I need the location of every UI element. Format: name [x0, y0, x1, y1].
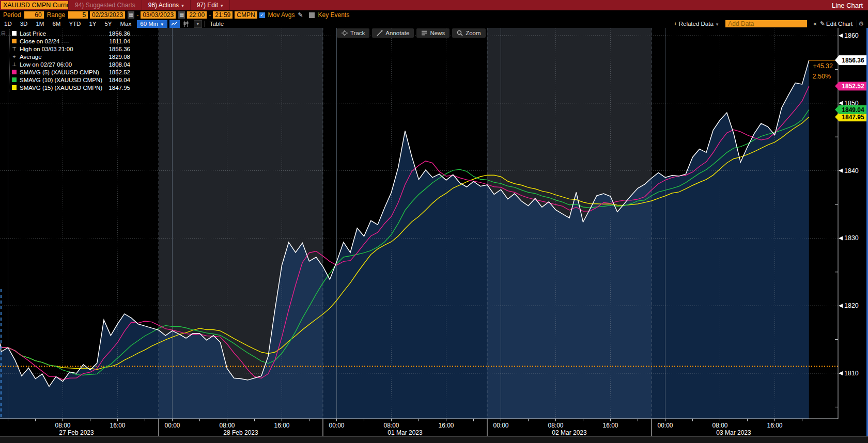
legend-label: Last Price — [20, 30, 46, 37]
track-button[interactable]: Track — [337, 28, 369, 38]
legend-value: 1856.36 — [109, 46, 130, 52]
preset-max[interactable]: Max — [116, 20, 136, 28]
time-from-input[interactable]: 22:00 — [187, 11, 207, 19]
legend-row[interactable]: ⊤High on 03/03 21:001856.36 — [12, 45, 130, 53]
date-from-input[interactable]: 02/23/2023 — [90, 11, 125, 19]
price-badge: 1852.52 — [835, 82, 867, 90]
preset-1m[interactable]: 1M — [32, 20, 48, 28]
price-badge-value: 1856.36 — [842, 57, 864, 64]
legend-row[interactable]: SMAVG (15) (XAUUSD CMPN)1847.95 — [12, 84, 130, 91]
add-data-input[interactable]: Add Data — [725, 20, 807, 27]
annotate-icon — [377, 30, 383, 36]
y-axis-label: 1810 — [844, 370, 859, 377]
related-data-button[interactable]: + Related Data▾ — [670, 21, 723, 27]
edit-chart-pencil-icon[interactable]: ✎ — [820, 20, 825, 27]
preset-6m[interactable]: 6M — [48, 20, 65, 28]
edit-mov-avgs-icon[interactable]: ✎ — [298, 11, 303, 19]
y-axis-label: 1840 — [844, 167, 859, 175]
legend-row[interactable]: Close on 02/24 ----1811.04 — [12, 37, 130, 45]
legend-swatch-icon — [12, 39, 17, 43]
time-axis-label: 16:00 — [438, 422, 454, 429]
key-events-checkbox[interactable] — [309, 12, 315, 18]
price-badge-arrow — [835, 105, 839, 114]
avg-marker-icon: ⌖ — [12, 54, 17, 60]
chart-legend: ⊟ Last Price1856.36Close on 02/24 ----18… — [4, 29, 130, 91]
legend-label: Low on 02/27 06:00 — [20, 61, 72, 68]
price-badge-value: 1847.95 — [842, 114, 864, 121]
time-axis-label: 00:00 — [329, 422, 344, 429]
y-tick-arrow — [839, 371, 843, 375]
bloomberg-chart-window: XAUUSD CMPN Curnc 94) Suggested Charts 9… — [0, 0, 868, 443]
legend-value: 1829.08 — [109, 54, 130, 60]
menu-edit[interactable]: 97) Edit▾ — [191, 0, 230, 10]
price-badge: 1849.04 — [835, 105, 867, 114]
y-axis-label: 1820 — [844, 302, 859, 309]
table-button[interactable]: Table — [205, 20, 229, 28]
key-events-label: Key Events — [317, 11, 350, 19]
price-badge-arrow — [835, 82, 839, 90]
legend-label: SMAVG (15) (XAUUSD CMPN) — [20, 85, 102, 91]
candle-chart-type-button[interactable] — [181, 20, 191, 28]
time-axis-label: 00:00 — [657, 422, 673, 429]
preset-1y[interactable]: 1Y — [85, 20, 100, 28]
time-axis-label: 16:00 — [274, 422, 289, 429]
chevron-down-icon: ▾ — [181, 3, 184, 8]
news-button[interactable]: News — [416, 28, 450, 38]
mov-avgs-checkbox[interactable]: ✓ — [259, 12, 265, 18]
range-input[interactable]: 5 — [68, 11, 88, 19]
range-label: Range — [46, 11, 66, 19]
price-badge-value: 1849.04 — [842, 106, 864, 114]
legend-row[interactable]: Last Price1856.36 — [12, 29, 130, 37]
price-badge-value: 1852.52 — [842, 83, 864, 90]
legend-value: 1847.95 — [109, 85, 130, 91]
legend-label: SMAVG (10) (XAUUSD CMPN) — [20, 77, 102, 83]
line-chart-icon — [172, 21, 178, 26]
legend-collapse-icon[interactable]: ⊟ — [1, 30, 5, 36]
date-to-input[interactable]: 03/03/2023 — [141, 11, 176, 19]
gear-icon[interactable]: ⚙ — [857, 20, 868, 27]
interval-selector[interactable]: 60 Min▼ — [137, 20, 167, 28]
preset-ytd[interactable]: YTD — [65, 20, 85, 28]
edit-chart-button[interactable]: Edit Chart — [825, 21, 857, 27]
y-axis-label: 1830 — [844, 234, 859, 242]
chevron-down-icon: ▾ — [716, 22, 719, 27]
zoom-icon — [457, 30, 463, 36]
legend-row[interactable]: SMAVG (5) (XAUUSD CMPN)1852.52 — [12, 68, 130, 76]
chart-type-dropdown[interactable]: ▾ — [194, 20, 202, 28]
period-label: Period — [2, 11, 22, 19]
time-axis-label: 16:00 — [602, 422, 618, 429]
legend-swatch-icon — [12, 85, 17, 90]
chevron-down-icon: ▾ — [221, 3, 223, 8]
preset-5y[interactable]: 5Y — [100, 20, 116, 28]
calendar-icon[interactable]: ▦ — [178, 11, 185, 19]
legend-label: High on 03/03 21:00 — [20, 46, 73, 52]
menu-actions[interactable]: 96) Actions▾ — [142, 0, 191, 10]
price-chart-plot-area[interactable]: +45.322.50%18601850184018301820181008:00… — [0, 28, 868, 443]
legend-row[interactable]: SMAVG (10) (XAUUSD CMPN)1849.04 — [12, 76, 130, 84]
settings-bar: Period 60 Range 5 02/23/2023 ▦ - 03/03/2… — [0, 10, 868, 20]
chart-toolbar: TrackAnnotateNewsZoom — [337, 28, 488, 38]
time-to-input[interactable]: 21:59 — [213, 11, 233, 19]
preset-3d[interactable]: 3D — [16, 20, 32, 28]
preset-1d[interactable]: 1D — [0, 20, 16, 28]
legend-label: SMAVG (5) (XAUUSD CMPN) — [20, 69, 99, 75]
line-chart-type-button[interactable] — [169, 20, 180, 28]
legend-row[interactable]: ⊥Low on 02/27 06:001808.04 — [12, 60, 130, 68]
time-axis-label: 00:00 — [493, 422, 508, 429]
track-icon — [342, 30, 348, 36]
y-tick-arrow — [839, 236, 843, 240]
zoom-button[interactable]: Zoom — [452, 28, 485, 38]
time-axis-label: 08:00 — [548, 422, 563, 429]
date-axis-label: 01 Mar 2023 — [388, 429, 423, 436]
annotate-button[interactable]: Annotate — [372, 28, 414, 38]
legend-row[interactable]: ⌖Average1829.08 — [12, 53, 130, 60]
window-bottom-edge — [0, 436, 868, 443]
calendar-icon[interactable]: ▦ — [128, 11, 134, 19]
change-percent-label: 2.50% — [813, 73, 831, 80]
pricing-source[interactable]: CMPN — [235, 11, 257, 19]
period-input[interactable]: 60 — [24, 11, 44, 19]
collapse-chevrons-icon[interactable]: « — [810, 20, 820, 27]
menu-suggested-charts[interactable]: 94) Suggested Charts — [68, 0, 142, 10]
security-ticker[interactable]: XAUUSD CMPN Curnc — [1, 1, 68, 9]
y-axis-label: 1860 — [844, 32, 859, 39]
